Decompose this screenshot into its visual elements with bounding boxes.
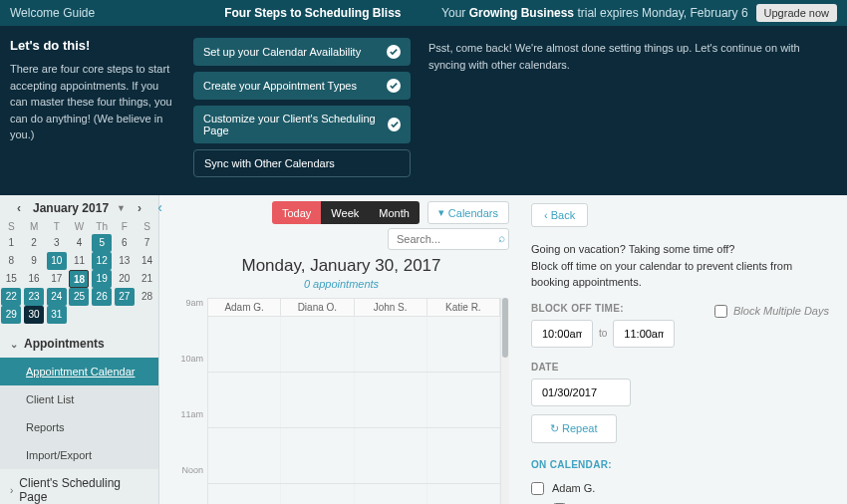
mini-cal-day[interactable]: 23	[23, 288, 46, 306]
mini-cal-day[interactable]: 15	[0, 270, 23, 288]
mini-cal-day[interactable]: 30	[23, 306, 46, 324]
view-week-button[interactable]: Week	[321, 201, 369, 224]
mini-cal-day[interactable]	[91, 306, 114, 324]
mini-cal-day[interactable]: 17	[45, 270, 68, 288]
mini-calendar[interactable]: S M T W Th F S 1234567891011121314151617…	[0, 219, 158, 324]
hero-headline: Let's do this!	[10, 38, 175, 53]
step-calendar-availability[interactable]: Set up your Calendar Availability	[193, 38, 411, 66]
back-label: Back	[551, 209, 575, 221]
nav-item-client-list[interactable]: Client List	[0, 385, 158, 413]
caret-down-icon[interactable]: ▼	[117, 203, 126, 213]
step-appointment-types[interactable]: Create your Appointment Types	[193, 72, 411, 100]
block-multiple-checkbox[interactable]	[714, 305, 727, 318]
repeat-button[interactable]: ↻ Repeat	[531, 414, 617, 443]
mini-cal-day[interactable]: 27	[114, 288, 137, 306]
mini-cal-day[interactable]	[68, 306, 91, 324]
dow: T	[45, 219, 68, 234]
mini-cal-day[interactable]: 26	[91, 288, 114, 306]
dow: S	[0, 219, 23, 234]
trial-prefix: Your	[441, 6, 469, 20]
hero-body: There are four core steps to start accep…	[10, 61, 175, 143]
mini-cal-day[interactable]: 31	[45, 306, 68, 324]
dow: W	[68, 219, 91, 234]
nav-item-reports[interactable]: Reports	[0, 413, 158, 441]
mini-cal-day[interactable]	[114, 306, 137, 324]
nav-item-import-export[interactable]: Import/Export	[0, 441, 158, 469]
date-input[interactable]	[531, 378, 631, 406]
block-multiple-days[interactable]: Block Multiple Days	[714, 305, 829, 318]
to-time-input[interactable]	[613, 320, 675, 348]
mini-cal-day[interactable]: 24	[45, 288, 68, 306]
check-icon	[387, 79, 401, 93]
mini-cal-day[interactable]: 6	[114, 234, 137, 252]
mini-cal-day[interactable]: 14	[136, 252, 158, 270]
mult-label: Block Multiple Days	[733, 305, 829, 317]
mini-cal-day[interactable]: 29	[0, 306, 23, 324]
calendar-name: Adam G.	[552, 482, 595, 494]
nav-label: Client's Scheduling Page	[19, 476, 148, 504]
chevron-down-icon: ⌄	[10, 339, 18, 350]
panel-text: Going on vacation? Taking some time off?…	[531, 241, 829, 291]
nav-appointments[interactable]: ⌄ Appointments	[0, 330, 158, 358]
calendar-column-header: Katie R.	[427, 299, 500, 316]
view-today-button[interactable]: Today	[272, 201, 321, 224]
prev-month-icon[interactable]: ‹	[11, 201, 27, 215]
mini-cal-month[interactable]: January 2017	[33, 201, 109, 215]
step-sync-calendars[interactable]: Sync with Other Calendars	[193, 149, 411, 177]
nav-label: Appointments	[24, 337, 105, 351]
search-icon[interactable]: ⌕	[498, 231, 505, 245]
welcome-guide-link[interactable]: Welcome Guide	[10, 6, 95, 20]
mini-cal-day[interactable]: 9	[23, 252, 46, 270]
calendar-column-header: Diana O.	[281, 299, 354, 316]
day-grid[interactable]: Adam G.Diana O.John S.Katie R.	[207, 298, 501, 504]
mini-cal-day[interactable]: 12	[91, 252, 114, 270]
mini-cal-day[interactable]: 10	[45, 252, 68, 270]
view-month-button[interactable]: Month	[369, 201, 420, 224]
mini-cal-day[interactable]: 22	[0, 288, 23, 306]
dow: S	[136, 219, 158, 234]
mini-cal-day[interactable]	[136, 306, 158, 324]
mini-cal-day[interactable]: 2	[23, 234, 46, 252]
step-label: Create your Appointment Types	[203, 80, 357, 92]
nav-item-appointment-calendar[interactable]: Appointment Calendar	[0, 358, 158, 385]
calendar-checkbox-row[interactable]: Adam G.	[531, 478, 829, 499]
block-off-label: BLOCK OFF TIME:	[531, 303, 624, 314]
mini-cal-day[interactable]: 25	[68, 288, 91, 306]
appointment-count: 0 appointments	[173, 278, 509, 290]
from-time-input[interactable]	[531, 320, 593, 348]
mini-cal-day[interactable]: 11	[68, 252, 91, 270]
back-button[interactable]: ‹ Back	[531, 203, 588, 227]
mini-cal-day[interactable]: 18	[68, 270, 91, 288]
mini-cal-day[interactable]: 8	[0, 252, 23, 270]
calendar-checkbox-row[interactable]: Adam G.: Intro to Yoga	[531, 499, 829, 505]
panel-sub: Block off time on your calendar to preve…	[531, 260, 792, 289]
mini-cal-day[interactable]: 4	[68, 234, 91, 252]
upgrade-button[interactable]: Upgrade now	[756, 4, 837, 22]
calendars-filter-button[interactable]: ▾ Calendars	[427, 201, 509, 224]
step-scheduling-page[interactable]: Customize your Client's Scheduling Page	[193, 106, 411, 143]
next-month-icon[interactable]: ›	[132, 201, 147, 215]
grid-scrollbar[interactable]	[501, 298, 509, 504]
mini-cal-day[interactable]: 1	[0, 234, 23, 252]
mini-cal-day[interactable]: 7	[136, 234, 158, 252]
mini-cal-day[interactable]: 5	[91, 234, 114, 252]
nav-scheduling-page[interactable]: › Client's Scheduling Page	[0, 469, 158, 504]
mini-cal-day[interactable]: 21	[136, 270, 158, 288]
search-input[interactable]	[388, 228, 509, 250]
mini-cal-day[interactable]: 13	[114, 252, 137, 270]
check-icon	[387, 45, 401, 59]
mini-cal-day[interactable]: 16	[23, 270, 46, 288]
step-label: Set up your Calendar Availability	[203, 46, 361, 58]
mini-cal-day[interactable]: 19	[91, 270, 114, 288]
mini-cal-day[interactable]: 28	[136, 288, 158, 306]
trial-plan: Growing Business	[469, 6, 574, 20]
scrollbar-thumb[interactable]	[502, 298, 508, 358]
calendar-column-header: Adam G.	[208, 299, 281, 316]
calendar-column-header: John S.	[355, 299, 427, 316]
mini-cal-day[interactable]: 20	[114, 270, 137, 288]
day-title: Monday, January 30, 2017	[173, 256, 509, 276]
calendar-checkbox[interactable]	[531, 482, 544, 495]
calendars-label: Calendars	[448, 207, 498, 219]
repeat-label: Repeat	[562, 422, 597, 434]
mini-cal-day[interactable]: 3	[45, 234, 68, 252]
